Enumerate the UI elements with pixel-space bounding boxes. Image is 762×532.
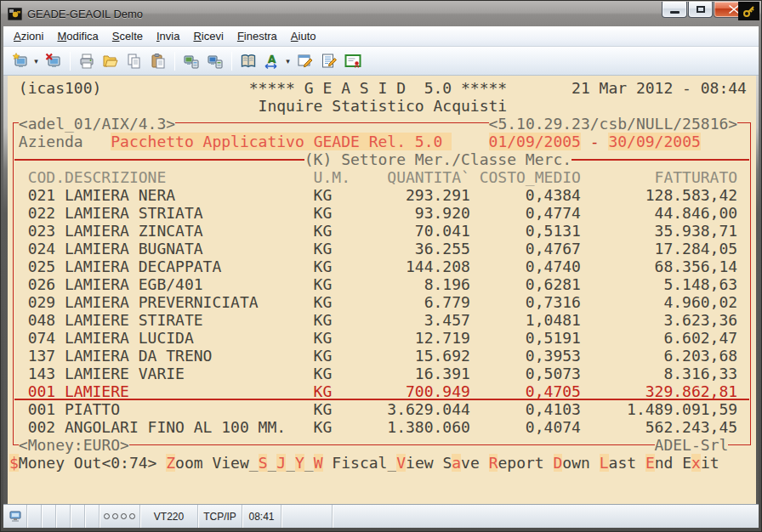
terminal-text-segment: 021 LAMIERA NERA KG 293.291 0,4384 128.5… <box>9 186 737 204</box>
command-hotkey[interactable]: J <box>276 454 286 472</box>
minimize-button[interactable] <box>662 2 687 18</box>
terminal-text-segment: 025 LAMIERA DECAPPATA KG 144.208 0,4740 … <box>9 258 737 275</box>
session-edit-icon <box>297 53 314 70</box>
table-row: 021 LAMIERA NERA KG 293.291 0,4384 128.5… <box>9 186 756 204</box>
print-icon <box>78 53 95 70</box>
status-protocol: TCP/IP <box>198 505 242 528</box>
azienda-line: Azienda Pacchetto Applicativo GEADE Rel.… <box>9 133 756 150</box>
command-hotkey[interactable]: E <box>645 454 655 472</box>
terminal-header-line: (icas100) ***** G E A S I D 5.0 ***** 21… <box>9 79 756 97</box>
terminal-text-segment <box>129 436 655 454</box>
command-hotkey[interactable]: $ <box>9 454 19 472</box>
print-button[interactable] <box>76 50 98 72</box>
menu-item-aiuto[interactable]: Aiuto <box>284 27 323 45</box>
terminal-text-segment <box>9 436 19 454</box>
manual-book-icon <box>240 53 257 70</box>
status-empty-cell <box>56 505 71 528</box>
font-dropdown-caret[interactable]: ▾ <box>284 57 292 65</box>
transfer-receive-button[interactable] <box>204 50 226 72</box>
command-hotkey[interactable]: D <box>554 454 563 472</box>
menu-item-invia[interactable]: Invia <box>150 27 186 45</box>
terminal-text-segment <box>9 133 19 150</box>
toolbar-separator <box>174 52 175 71</box>
font-button[interactable]: A <box>261 50 283 72</box>
table-header-line: COD.DESCRIZIONE U.M. QUANTITA` COSTO_MED… <box>9 168 756 186</box>
terminal-text-segment: 023 LAMIERA ZINCATA KG 70.041 0,5131 35.… <box>9 222 737 240</box>
menu-item-modifica[interactable]: Modifica <box>50 27 105 45</box>
terminal-text-segment: 001 LAMIERE KG 700.949 0,4705 329.862,81 <box>9 382 737 400</box>
status-empty-cell <box>27 505 42 528</box>
led-indicators <box>104 513 135 519</box>
table-row: 074 LAMIERA LUCIDA KG 12.719 0,5191 6.60… <box>9 329 756 347</box>
terminal-text-segment: 137 LAMIERA DA TRENO KG 15.692 0,3953 6.… <box>9 347 737 365</box>
terminal-text: (icas100) ***** G E A S I D 5.0 ***** 21… <box>9 79 756 506</box>
new-session-button[interactable] <box>9 50 31 72</box>
table-row: 002 ANGOLARI FINO AL 100 MM. KG 1.380.06… <box>9 418 756 436</box>
terminal-text-segment: (K) Settore Mer./Classe Merc. <box>304 150 572 168</box>
session-properties-button[interactable] <box>318 50 340 72</box>
terminal-text-segment: 026 LAMIERA EGB/401 KG 8.196 0,6281 5.14… <box>9 275 737 293</box>
terminal-text-segment <box>452 133 488 150</box>
open-folder-button[interactable] <box>100 50 122 72</box>
menu-bar: AzioniModificaScelteInviaRiceviFinestraA… <box>3 26 759 47</box>
title-bar[interactable]: GEADE-GEAOIL Demo <box>1 1 761 26</box>
command-hotkey[interactable]: R <box>489 454 498 472</box>
terminal-text-segment: 01/09/2005 <box>489 133 581 150</box>
table-row: 001 PIATTO KG 3.629.044 0,4103 1.489.091… <box>9 400 756 418</box>
terminal-text-segment: Inquire Statistico Acquisti <box>9 97 507 115</box>
frame-bottom-line: <Money:EURO> ADEL-Srl <box>9 436 756 454</box>
command-hotkey[interactable]: W <box>314 454 323 472</box>
key-icon <box>742 4 756 18</box>
frame-top-line: <adel_01/AIX/4.3> <5.10.29.23/csb/NULL/2… <box>9 115 756 133</box>
status-empty-cell <box>42 505 56 528</box>
paste-button[interactable] <box>147 50 169 72</box>
terminal-text-segment: 048 LAMIERE STIRATE KG 3.457 1,0481 3.62… <box>9 311 737 329</box>
new-session-dropdown-caret[interactable]: ▾ <box>32 57 40 65</box>
terminal-text-segment: ast <box>609 454 645 472</box>
terminal-text-segment: 024 LAMIERA BUGNATA KG 36.255 0,4767 17.… <box>9 240 737 258</box>
font-icon: A <box>264 53 281 70</box>
command-hotkey[interactable]: Z <box>166 454 175 472</box>
copy-button[interactable] <box>123 50 145 72</box>
command-hotkey[interactable]: L <box>600 454 609 472</box>
menu-item-finestra[interactable]: Finestra <box>230 27 284 45</box>
terminal-screen[interactable]: (icas100) ***** G E A S I D 5.0 ***** 21… <box>8 76 756 506</box>
computer-icon <box>9 511 21 523</box>
command-bar-line: $Money Out<0:74> Zoom View_S_J_Y_W Fisca… <box>9 454 756 472</box>
terminal-text-segment: (icas100) ***** G E A S I D 5.0 ***** 21… <box>9 79 747 97</box>
certificate-button[interactable] <box>342 50 364 72</box>
session-edit-button[interactable] <box>294 50 316 72</box>
table-row: 029 LAMIERA PREVERNICIATA KG 6.779 0,731… <box>9 293 756 311</box>
menu-item-scelte[interactable]: Scelte <box>105 27 150 45</box>
command-hotkey[interactable]: x <box>691 454 701 472</box>
terminal-text-segment: _ <box>304 454 314 472</box>
command-hotkey[interactable]: Y <box>295 454 304 472</box>
terminal-text-segment <box>83 133 111 150</box>
manual-book-button[interactable] <box>237 50 259 72</box>
led-indicator <box>129 513 135 519</box>
terminal-text-segment: Fiscal_ <box>323 454 397 472</box>
paste-icon <box>150 53 167 70</box>
transfer-send-button[interactable] <box>180 50 202 72</box>
command-hotkey[interactable]: V <box>396 454 406 472</box>
status-empty-cell <box>71 505 85 528</box>
led-indicator <box>104 513 110 519</box>
new-session-icon <box>12 53 29 70</box>
maximize-button[interactable] <box>688 2 713 18</box>
command-hotkey[interactable]: a <box>452 454 461 472</box>
close-icon <box>729 5 739 14</box>
command-hotkey[interactable]: S <box>259 454 268 472</box>
status-connection-cell <box>3 505 27 528</box>
menu-item-ricevi[interactable]: Ricevi <box>186 27 230 45</box>
terminal-text-segment: eport <box>498 454 553 472</box>
terminal-text-segment: <5.10.29.23/csb/NULL/25816> <box>489 115 738 133</box>
table-row: 022 LAMIERA STRIATA KG 93.920 0,4774 44.… <box>9 204 756 222</box>
open-folder-icon <box>102 53 119 70</box>
terminal-text-segment: 001 PIATTO KG 3.629.044 0,4103 1.489.091… <box>9 400 737 418</box>
table-row: 137 LAMIERA DA TRENO KG 15.692 0,3953 6.… <box>9 347 756 365</box>
terminal-text-segment: iew S <box>406 454 452 472</box>
terminal-text-segment: own <box>562 454 599 472</box>
disconnect-icon <box>45 53 62 70</box>
disconnect-button[interactable] <box>43 50 65 72</box>
menu-item-azioni[interactable]: Azioni <box>7 27 50 45</box>
